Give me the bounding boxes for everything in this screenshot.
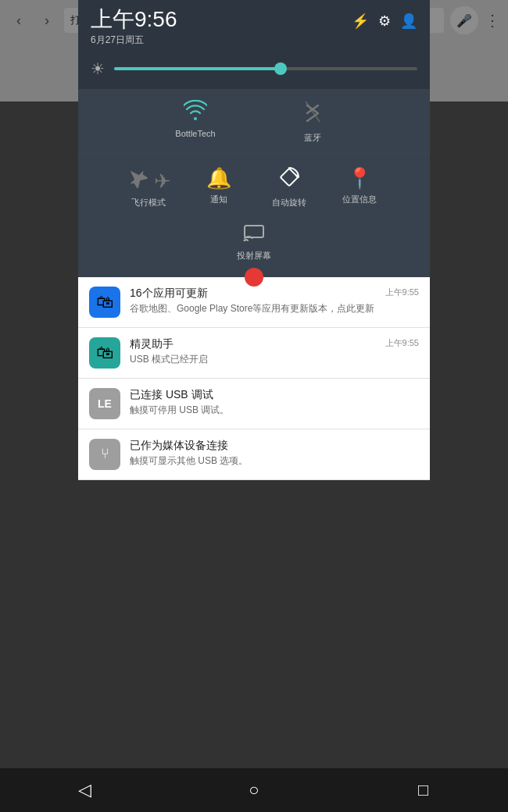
- user-icon[interactable]: 👤: [400, 12, 417, 30]
- quick-tile-airplane[interactable]: ✈ 飞行模式: [113, 163, 184, 212]
- notif-title-usb-debug: 已连接 USB 调试: [130, 388, 213, 402]
- bluetooth-icon: [304, 100, 321, 129]
- brightness-icon: ☀: [91, 59, 105, 78]
- notif-body-updates: 谷歌地图、Google Play Store等应用有更新版本，点此更新: [130, 302, 419, 315]
- quick-tile-wifi[interactable]: BottleTech: [160, 97, 231, 147]
- settings-icon[interactable]: ⚙: [378, 12, 391, 30]
- rotation-icon: [278, 166, 300, 194]
- brightness-fill: [114, 67, 281, 70]
- notif-icon-assistant: 🛍: [89, 337, 120, 369]
- notif-time-assistant: 上午9:55: [385, 337, 419, 349]
- brightness-track[interactable]: [114, 67, 417, 70]
- back-button[interactable]: ◁: [61, 775, 108, 806]
- quick-tile-cast[interactable]: 投射屏幕: [219, 219, 289, 265]
- notif-card-usb-media[interactable]: ⑂ 已作为媒体设备连接 触摸可显示其他 USB 选项。: [78, 429, 430, 480]
- notification-label: 通知: [210, 194, 227, 205]
- cast-label: 投射屏幕: [237, 250, 271, 262]
- quick-settings-main-row: ✈ 飞行模式 🔔 通知 自动旋转 📍 位: [78, 163, 430, 212]
- quick-tile-notification[interactable]: 🔔 通知: [184, 163, 254, 212]
- notif-content-usb-debug: 已连接 USB 调试 触摸可停用 USB 调试。: [130, 388, 419, 417]
- notif-icon-usb-debug: LE: [89, 388, 120, 419]
- battery-icon: ⚡: [352, 12, 369, 30]
- notif-header-assistant: 精灵助手 上午9:55: [130, 337, 419, 351]
- notif-icon-updates: 🛍: [89, 287, 120, 318]
- airplane-label: 飞行模式: [131, 197, 166, 208]
- red-dot-indicator: [245, 268, 263, 287]
- bottom-navigation: ◁ ○ □: [0, 768, 508, 812]
- svg-rect-2: [245, 226, 263, 237]
- notif-content-assistant: 精灵助手 上午9:55 USB 模式已经开启: [130, 337, 419, 366]
- wifi-label: BottleTech: [175, 129, 215, 138]
- quick-tile-location[interactable]: 📍 位置信息: [324, 163, 395, 212]
- quick-settings: BottleTech 蓝牙: [78, 89, 430, 277]
- brightness-control[interactable]: ☀: [78, 52, 430, 89]
- location-label: 位置信息: [342, 194, 377, 205]
- notif-time-updates: 上午9:55: [385, 287, 419, 298]
- notif-icon-usb-media: ⑂: [89, 439, 120, 470]
- notif-title-updates: 16个应用可更新: [130, 287, 208, 301]
- bell-icon: 🔔: [206, 166, 231, 191]
- notif-content-updates: 16个应用可更新 上午9:55 谷歌地图、Google Play Store等应…: [130, 287, 419, 315]
- notif-header-usb-media: 已作为媒体设备连接: [130, 439, 419, 453]
- notification-panel: 上午9:56 6月27日周五 ⚡ ⚙ 👤 ☀: [78, 0, 430, 480]
- status-time-block: 上午9:56 6月27日周五: [91, 8, 177, 47]
- notif-header-usb-debug: 已连接 USB 调试: [130, 388, 419, 402]
- status-date: 6月27日周五: [91, 34, 177, 47]
- wifi-icon: [184, 100, 207, 126]
- notif-card-usb-debug[interactable]: LE 已连接 USB 调试 触摸可停用 USB 调试。: [78, 379, 430, 429]
- notif-body-assistant: USB 模式已经开启: [130, 353, 419, 366]
- notif-content-usb-media: 已作为媒体设备连接 触摸可显示其他 USB 选项。: [130, 439, 419, 468]
- cast-row: 投射屏幕: [78, 219, 430, 265]
- notif-card-assistant[interactable]: 🛍 精灵助手 上午9:55 USB 模式已经开启: [78, 328, 430, 379]
- notif-header-updates: 16个应用可更新 上午9:55: [130, 287, 419, 301]
- notif-body-usb-media: 触摸可显示其他 USB 选项。: [130, 454, 419, 468]
- quick-tile-bluetooth[interactable]: 蓝牙: [277, 97, 348, 147]
- cast-icon: [243, 223, 265, 247]
- notif-title-usb-media: 已作为媒体设备连接: [130, 439, 228, 453]
- status-bar: 上午9:56 6月27日周五 ⚡ ⚙ 👤: [78, 0, 430, 52]
- location-icon: 📍: [347, 166, 372, 191]
- recent-button[interactable]: □: [400, 775, 447, 806]
- bluetooth-label: 蓝牙: [304, 132, 321, 144]
- notification-list: 🛍 16个应用可更新 上午9:55 谷歌地图、Google Play Store…: [78, 277, 430, 480]
- usb-debug-letter: LE: [98, 397, 112, 410]
- notif-body-usb-debug: 触摸可停用 USB 调试。: [130, 404, 419, 417]
- notif-title-assistant: 精灵助手: [130, 337, 174, 351]
- quick-settings-top-row: BottleTech 蓝牙: [78, 97, 430, 154]
- home-button[interactable]: ○: [231, 775, 277, 806]
- status-time: 上午9:56: [91, 8, 177, 32]
- brightness-thumb[interactable]: [274, 62, 287, 75]
- airplane-icon: ✈: [126, 166, 170, 194]
- quick-tile-rotation[interactable]: 自动旋转: [254, 163, 324, 212]
- status-icons: ⚡ ⚙ 👤: [352, 8, 417, 30]
- rotation-label: 自动旋转: [272, 197, 306, 208]
